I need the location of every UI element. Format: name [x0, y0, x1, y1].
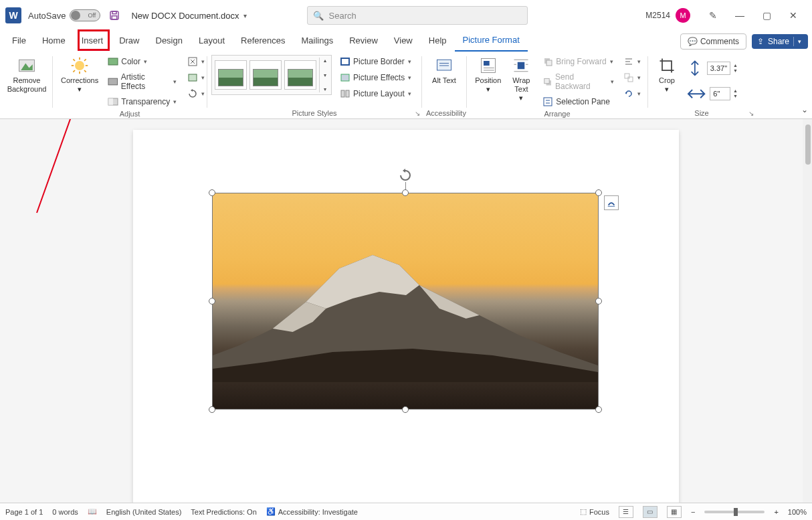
word-count[interactable]: 0 words	[52, 508, 78, 516]
tab-picture-format[interactable]: Picture Format	[455, 31, 528, 52]
tab-references[interactable]: References	[233, 31, 293, 51]
resize-handle-e[interactable]	[595, 298, 602, 305]
maximize-button[interactable]: ▢	[753, 5, 780, 25]
read-mode-button[interactable]: ☰	[619, 506, 633, 518]
tab-help[interactable]: Help	[421, 31, 455, 51]
height-spinner[interactable]: ▲▼	[733, 63, 738, 74]
print-layout-button[interactable]: ▭	[643, 506, 657, 518]
alt-text-button[interactable]: Alt Text	[426, 55, 462, 86]
tab-mailings[interactable]: Mailings	[294, 31, 342, 51]
rotate-icon	[623, 88, 634, 99]
account-name[interactable]: M2514	[645, 11, 670, 20]
style-thumb-2[interactable]	[249, 60, 282, 90]
gallery-scroll[interactable]: ▴▾▾	[319, 58, 328, 92]
style-thumb-1[interactable]	[215, 60, 247, 90]
rotate-handle[interactable]	[399, 169, 412, 182]
wrap-text-button[interactable]: Wrap Text▾	[506, 55, 538, 104]
picture-border-button[interactable]: Picture Border▾	[337, 55, 414, 68]
picture-style-gallery[interactable]: ▴▾▾	[211, 55, 332, 95]
save-icon[interactable]	[108, 9, 120, 21]
position-button[interactable]: Position▾	[471, 55, 506, 95]
zoom-out-button[interactable]: −	[691, 508, 695, 516]
resize-handle-se[interactable]	[595, 406, 602, 413]
artistic-effects-button[interactable]: Artistic Effects▾	[105, 71, 179, 92]
accessibility-check[interactable]: ♿ Accessibility: Investigate	[266, 507, 358, 516]
zoom-level[interactable]: 100%	[788, 508, 807, 516]
comments-button[interactable]: 💬 Comments	[680, 33, 746, 50]
svg-line-12	[84, 59, 86, 61]
width-icon	[686, 83, 707, 104]
word-app-icon: W	[5, 7, 21, 23]
tab-view[interactable]: View	[386, 31, 421, 51]
selection-pane-icon	[542, 96, 553, 107]
svg-rect-29	[484, 61, 490, 66]
share-button[interactable]: ⇪ Share ▾	[752, 34, 808, 49]
resize-handle-w[interactable]	[209, 298, 215, 305]
web-layout-button[interactable]: ▦	[667, 506, 682, 518]
reset-picture-button[interactable]: ▾	[185, 87, 207, 100]
text-predictions-indicator[interactable]: Text Predictions: On	[191, 508, 256, 516]
tab-layout[interactable]: Layout	[191, 31, 233, 51]
close-button[interactable]: ✕	[780, 5, 807, 25]
selected-picture[interactable]	[212, 193, 599, 410]
shape-height-input[interactable]: 3.37"	[707, 62, 730, 75]
rotate-button[interactable]: ▾	[621, 87, 643, 100]
remove-background-button[interactable]: Remove Background	[4, 55, 49, 95]
ribbon-collapse-button[interactable]: ⌄	[801, 105, 808, 114]
align-button[interactable]: ▾	[621, 55, 643, 68]
send-backward-button[interactable]: Send Backward▾	[540, 71, 617, 92]
styles-dialog-launcher[interactable]: ↘	[415, 110, 420, 117]
compress-pictures-button[interactable]: ▾	[185, 55, 207, 68]
spellcheck-icon[interactable]: 📖	[88, 507, 97, 516]
crop-button[interactable]: Crop▾	[652, 55, 682, 95]
share-dropdown-icon[interactable]: ▾	[798, 38, 801, 45]
autosave-toggle[interactable]: Off	[70, 9, 100, 21]
size-dialog-launcher[interactable]: ↘	[748, 110, 754, 117]
tab-file[interactable]: File	[4, 31, 34, 51]
change-picture-button[interactable]: ▾	[185, 71, 207, 84]
svg-rect-14	[108, 58, 118, 65]
resize-handle-sw[interactable]	[209, 406, 215, 413]
picture-layout-button[interactable]: Picture Layout▾	[337, 87, 414, 100]
pen-mode-icon[interactable]: ✎	[700, 5, 726, 25]
resize-handle-n[interactable]	[402, 189, 409, 196]
tab-home[interactable]: Home	[34, 31, 74, 51]
artistic-icon	[108, 76, 118, 87]
account-avatar[interactable]: M	[676, 8, 690, 23]
change-picture-icon	[187, 72, 198, 83]
resize-handle-s[interactable]	[402, 406, 409, 413]
transparency-button[interactable]: Transparency▾	[105, 95, 179, 108]
vertical-scrollbar[interactable]	[803, 119, 812, 503]
document-page[interactable]	[133, 130, 679, 503]
tab-draw[interactable]: Draw	[111, 31, 147, 51]
document-name[interactable]: New DOCX Document.docx	[131, 11, 239, 21]
document-dropdown-icon[interactable]: ▾	[243, 12, 247, 19]
page-indicator[interactable]: Page 1 of 1	[5, 508, 43, 516]
tab-review[interactable]: Review	[341, 31, 386, 51]
tab-insert[interactable]: Insert	[74, 31, 112, 51]
svg-rect-22	[341, 74, 349, 81]
search-input[interactable]: 🔍 Search	[307, 6, 528, 25]
zoom-slider[interactable]	[704, 511, 765, 513]
group-label-size: Size	[652, 108, 751, 118]
minimize-button[interactable]: —	[726, 5, 753, 25]
zoom-slider-knob[interactable]	[734, 508, 738, 516]
color-button[interactable]: Color▾	[105, 55, 179, 68]
picture-effects-button[interactable]: Picture Effects▾	[337, 71, 414, 84]
language-indicator[interactable]: English (United States)	[106, 508, 182, 516]
selection-pane-button[interactable]: Selection Pane	[540, 95, 617, 108]
style-thumb-3[interactable]	[284, 60, 316, 90]
bring-forward-button[interactable]: Bring Forward▾	[540, 55, 617, 68]
resize-handle-nw[interactable]	[209, 189, 215, 196]
layout-options-button[interactable]	[604, 195, 619, 210]
zoom-in-button[interactable]: +	[774, 508, 778, 516]
group-button[interactable]: ▾	[621, 71, 643, 84]
svg-rect-48	[628, 77, 633, 82]
width-spinner[interactable]: ▲▼	[733, 88, 738, 99]
focus-mode-button[interactable]: ⬚ Focus	[580, 507, 609, 516]
tab-design[interactable]: Design	[148, 31, 191, 51]
resize-handle-ne[interactable]	[595, 189, 602, 196]
corrections-button[interactable]: Corrections ▾	[57, 55, 102, 95]
scrollbar-thumb[interactable]	[805, 124, 811, 165]
shape-width-input[interactable]: 6"	[710, 87, 730, 100]
